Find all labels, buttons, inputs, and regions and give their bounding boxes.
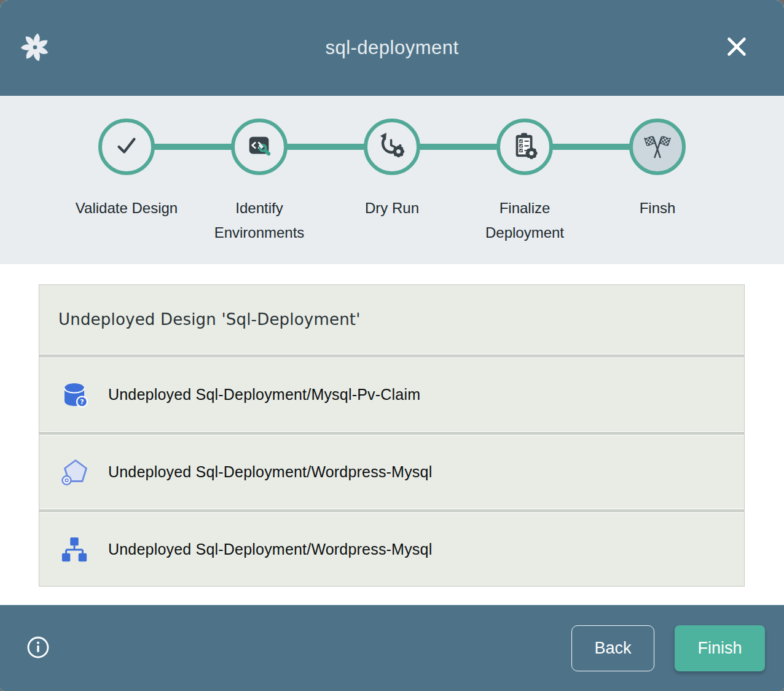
step-finalize-deployment[interactable]: Finalize Deployment — [458, 119, 591, 245]
step-circle — [231, 119, 288, 175]
step-validate-design[interactable]: Validate Design — [60, 119, 193, 245]
dialog-footer: Back Finish — [0, 605, 784, 691]
results-header-row: Undeployed Design 'Sql-Deployment' — [39, 285, 744, 354]
step-circle — [496, 119, 553, 175]
clipboard-gear-icon — [511, 131, 539, 162]
row-divider — [39, 354, 744, 358]
step-label: Identify Environments — [193, 196, 326, 245]
close-icon — [724, 34, 750, 61]
finish-button[interactable]: Finish — [675, 625, 765, 671]
step-label: Finalize Deployment — [458, 196, 591, 245]
info-icon — [26, 635, 50, 662]
results-title: Undeployed Design 'Sql-Deployment' — [58, 310, 361, 329]
deployment-results-panel: Undeployed Design 'Sql-Deployment' ? Und… — [39, 284, 745, 587]
result-row-text: Undeployed Sql-Deployment/Mysql-Pv-Claim — [108, 386, 420, 404]
footer-actions: Back Finish — [571, 625, 765, 671]
meshery-logo-icon — [18, 31, 52, 64]
hierarchy-icon — [60, 535, 89, 564]
svg-text:?: ? — [80, 398, 84, 406]
step-finish[interactable]: Finsh — [591, 119, 724, 245]
deployment-wizard-dialog: sql-deployment Validate Desi — [0, 0, 784, 691]
deployment-stepper: Validate Design — [0, 96, 784, 264]
code-config-icon — [245, 131, 273, 162]
result-row: Undeployed Sql-Deployment/Wordpress-Mysq… — [39, 513, 744, 586]
step-circle — [98, 119, 155, 175]
pentagon-icon — [60, 458, 89, 487]
result-row: ? Undeployed Sql-Deployment/Mysql-Pv-Cla… — [39, 358, 744, 431]
back-button[interactable]: Back — [571, 625, 654, 671]
info-button[interactable] — [25, 634, 52, 662]
results-content: Undeployed Design 'Sql-Deployment' ? Und… — [0, 264, 784, 605]
row-divider — [39, 509, 744, 513]
dialog-header: sql-deployment — [0, 0, 784, 96]
dialog-title: sql-deployment — [0, 37, 784, 59]
result-row-text: Undeployed Sql-Deployment/Wordpress-Mysq… — [108, 463, 432, 481]
close-button[interactable] — [723, 33, 751, 61]
result-row: Undeployed Sql-Deployment/Wordpress-Mysq… — [39, 435, 744, 509]
step-identify-environments[interactable]: Identify Environments — [193, 119, 326, 245]
result-row-text: Undeployed Sql-Deployment/Wordpress-Mysq… — [108, 541, 432, 558]
checkered-flags-icon — [643, 131, 672, 162]
check-icon — [112, 131, 141, 162]
row-divider — [39, 431, 744, 435]
database-question-icon: ? — [60, 380, 89, 410]
step-label: Validate Design — [76, 196, 178, 221]
step-label: Finsh — [640, 196, 676, 221]
step-circle — [364, 119, 420, 175]
step-circle — [629, 119, 686, 175]
dry-run-icon — [378, 131, 406, 162]
step-dry-run[interactable]: Dry Run — [326, 119, 458, 245]
step-label: Dry Run — [365, 196, 419, 221]
